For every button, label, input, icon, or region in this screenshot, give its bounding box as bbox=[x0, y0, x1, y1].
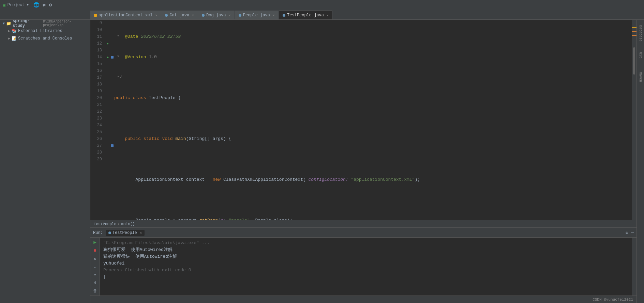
java-icon bbox=[165, 14, 168, 17]
tabs-bar: applicationContext.xml ✕ Cat.java ✕ Dog.… bbox=[0, 10, 644, 20]
line-num-29: 29 bbox=[92, 156, 102, 163]
bm-11 bbox=[111, 33, 114, 40]
bm-13 bbox=[111, 47, 114, 54]
line-num-28: 28 bbox=[92, 149, 102, 156]
database-panel-tab[interactable]: Database bbox=[638, 23, 643, 44]
code-lines[interactable]: * @Date 2022/6/22 22:59 * @Version 1.0 *… bbox=[114, 20, 632, 220]
code-line-14: public static void main(String[] args) { bbox=[114, 135, 625, 142]
line-num-24: 24 bbox=[92, 122, 102, 129]
tab-cat-label: Cat.java bbox=[169, 13, 189, 18]
tab-people-close[interactable]: ✕ bbox=[273, 13, 275, 17]
tab-cat-close[interactable]: ✕ bbox=[192, 13, 194, 17]
line-num-17: 17 bbox=[92, 74, 102, 81]
bm-19 bbox=[111, 88, 114, 95]
code-line-11: */ bbox=[114, 74, 625, 81]
sidebar-item-spring-study[interactable]: ▼ 📁 spring-study D\IDEA/person-project\s… bbox=[0, 20, 90, 27]
run-label: Run: bbox=[93, 230, 103, 235]
line-num-16: 16 bbox=[92, 67, 102, 74]
line-num-21: 21 bbox=[92, 101, 102, 108]
run-cursor: | bbox=[103, 274, 628, 281]
run-empty-28 bbox=[105, 149, 111, 156]
run-play-button[interactable]: ▶ bbox=[91, 239, 99, 246]
run-left-toolbar: ▶ ■ ↻ ↓ ⇔ 🖨 🗑 bbox=[90, 238, 100, 296]
line-num-9: 9 bbox=[92, 20, 102, 27]
line-num-11: 11 bbox=[92, 33, 102, 40]
breadcrumb-method[interactable]: main() bbox=[121, 222, 135, 226]
sync-icon[interactable]: ⇄ bbox=[43, 2, 45, 8]
tab-applicationContext[interactable]: applicationContext.xml ✕ bbox=[90, 11, 161, 19]
sidebar-item-external-libraries[interactable]: ▶ 📚 External Libraries bbox=[0, 27, 90, 35]
code-line-13 bbox=[114, 115, 625, 122]
editor-scrollbar[interactable] bbox=[632, 20, 636, 220]
project-folder-icon: 📁 bbox=[6, 21, 11, 26]
tab-cat[interactable]: Cat.java ✕ bbox=[161, 11, 198, 19]
run-tab-java-icon bbox=[108, 232, 111, 234]
tab-applicationContext-close[interactable]: ✕ bbox=[155, 13, 157, 17]
line-num-26: 26 bbox=[92, 135, 102, 142]
sidebar: ▼ 📁 spring-study D\IDEA/person-project\s… bbox=[0, 20, 90, 303]
breadcrumb-sep: › bbox=[118, 222, 120, 226]
run-output-line-3: 猫的速度很快==使用Autowired注解 bbox=[103, 253, 628, 260]
run-output: "C:\Program Files\Java\bin\java.exe" ...… bbox=[100, 238, 632, 296]
run-empty-9 bbox=[105, 20, 111, 27]
line-num-13: 13 bbox=[92, 47, 102, 54]
line-num-22: 22 bbox=[92, 108, 102, 115]
settings-icon[interactable]: ⚙ bbox=[626, 230, 628, 236]
tab-testpeople-close[interactable]: ✕ bbox=[327, 13, 329, 17]
run-stop-button[interactable]: ■ bbox=[91, 247, 99, 254]
run-btn-12[interactable]: ▶ bbox=[105, 40, 111, 47]
code-line-18: People people = context.getBean(s: "peop… bbox=[114, 217, 625, 220]
settings-icon[interactable]: ⚙ bbox=[49, 2, 52, 8]
line-num-14: 14 bbox=[92, 54, 102, 61]
run-empty-16 bbox=[105, 67, 111, 74]
external-libraries-label: External Libraries bbox=[18, 29, 62, 33]
tab-dog-label: Dog.java bbox=[206, 13, 226, 18]
git-panel-tab[interactable]: Git bbox=[638, 45, 643, 65]
sidebar-item-scratches[interactable]: ▶ 📝 Scratches and Consoles bbox=[0, 35, 90, 42]
run-scroll-end-button[interactable]: ↓ bbox=[91, 263, 99, 270]
run-output-line-4: yuhuofei bbox=[103, 260, 628, 267]
run-empty-17 bbox=[105, 74, 111, 81]
bm-22 bbox=[111, 108, 114, 115]
tab-dog-close[interactable]: ✕ bbox=[229, 13, 231, 17]
minimize-icon[interactable]: — bbox=[55, 2, 58, 8]
bm-15 bbox=[111, 61, 114, 67]
breadcrumb-class[interactable]: TestPeople bbox=[94, 222, 116, 226]
maven-panel-tab[interactable]: Maven bbox=[638, 67, 643, 87]
project-path: D\IDEA/person-project\sp bbox=[43, 20, 90, 27]
code-editor[interactable]: 9 10 11 12 13 14 15 16 17 18 19 20 21 22… bbox=[90, 20, 636, 220]
bm-25 bbox=[111, 129, 114, 135]
project-dropdown-icon[interactable]: ▼ bbox=[27, 3, 29, 7]
run-panel-header: Run: TestPeople ✕ ⚙ — bbox=[90, 228, 636, 238]
run-btn-14[interactable]: ▶ bbox=[105, 54, 111, 61]
run-clear-button[interactable]: 🗑 bbox=[91, 287, 99, 294]
tab-testpeople-label: TestPeople.java bbox=[287, 13, 324, 18]
run-tab-testpeople[interactable]: TestPeople ✕ bbox=[106, 230, 145, 236]
run-print-button[interactable]: 🖨 bbox=[91, 280, 99, 286]
globe-icon[interactable]: 🌐 bbox=[33, 2, 39, 8]
title-bar: ▣ Project ▼ 🌐 ⇄ ⚙ — bbox=[0, 0, 644, 10]
bm-23 bbox=[111, 115, 114, 122]
run-tab-close[interactable]: ✕ bbox=[140, 231, 142, 235]
bm-18 bbox=[111, 81, 114, 88]
run-panel-icons: ⚙ — bbox=[626, 230, 634, 236]
scrollbar-thumb[interactable] bbox=[633, 47, 635, 75]
database-label: Database bbox=[639, 25, 642, 42]
bm-12 bbox=[111, 40, 114, 47]
bm-10 bbox=[111, 27, 114, 33]
minimize-panel-icon[interactable]: — bbox=[631, 230, 634, 236]
project-label[interactable]: Project bbox=[8, 3, 25, 7]
tab-dog[interactable]: Dog.java ✕ bbox=[198, 11, 235, 19]
tab-people[interactable]: People.java ✕ bbox=[235, 11, 279, 19]
line-num-15: 15 bbox=[92, 61, 102, 67]
line-num-25: 25 bbox=[92, 129, 102, 135]
run-empty-20 bbox=[105, 95, 111, 101]
run-empty-10 bbox=[105, 27, 111, 33]
run-tab-label: TestPeople bbox=[113, 230, 137, 235]
bm-29 bbox=[111, 156, 114, 163]
tab-applicationContext-label: applicationContext.xml bbox=[99, 13, 152, 18]
run-rerun-button[interactable]: ↻ bbox=[91, 255, 99, 262]
tab-testpeople[interactable]: TestPeople.java ✕ bbox=[279, 11, 332, 19]
run-content: ▶ ■ ↻ ↓ ⇔ 🖨 🗑 "C:\Program Files\Java\bin… bbox=[90, 238, 636, 296]
run-wrap-button[interactable]: ⇔ bbox=[91, 271, 99, 278]
